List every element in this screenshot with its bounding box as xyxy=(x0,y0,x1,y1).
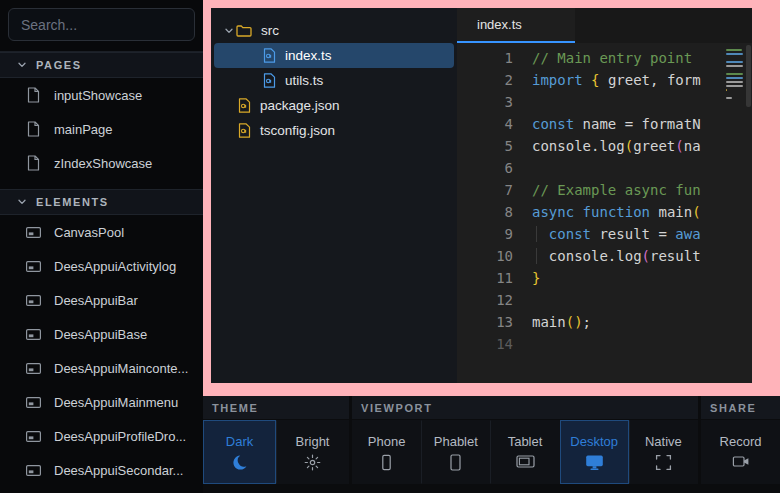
code-line-3: 3 xyxy=(457,91,752,113)
sidebar-item-deesappuiactivitylog[interactable]: DeesAppuiActivitylog xyxy=(0,249,203,283)
sidebar-item-label: DeesAppuiMainconte... xyxy=(54,361,188,376)
toolbar-button-label: Phone xyxy=(368,434,406,449)
toolbar-group-header-share: SHARE xyxy=(701,396,780,419)
element-icon xyxy=(25,363,41,374)
chevron-down-icon xyxy=(17,60,27,70)
toolbar-group-label: THEME xyxy=(212,402,259,414)
toolbar-button-record[interactable]: Record xyxy=(701,420,780,484)
sidebar-sections: PAGESinputShowcasemainPagezIndexShowcase… xyxy=(0,52,203,487)
tree-item-label: package.json xyxy=(260,98,340,113)
sidebar-item-label: CanvasPool xyxy=(54,225,124,240)
sidebar-item-deesappuisecondar[interactable]: DeesAppuiSecondar... xyxy=(0,453,203,487)
code-text: console.log(result xyxy=(513,248,752,264)
code-area[interactable]: 1// Main entry point2import { greet, for… xyxy=(457,43,752,383)
line-number: 14 xyxy=(457,336,513,352)
toolbar-button-native[interactable]: Native xyxy=(629,420,698,484)
sidebar-item-inputshowcase[interactable]: inputShowcase xyxy=(0,78,203,112)
code-line-9: 9 const result = awa xyxy=(457,223,752,245)
code-text: async function main( xyxy=(513,204,752,220)
line-number: 1 xyxy=(457,50,513,66)
sidebar-item-label: DeesAppuiBase xyxy=(54,327,147,342)
json-file-icon xyxy=(238,123,251,138)
code-text: // Main entry point xyxy=(513,50,752,66)
line-number: 2 xyxy=(457,72,513,88)
toolbar-button-bright[interactable]: Bright xyxy=(276,420,349,484)
line-number: 8 xyxy=(457,204,513,220)
file-tree: srcindex.tsutils.tspackage.jsontsconfig.… xyxy=(211,8,457,383)
line-number: 9 xyxy=(457,226,513,242)
sidebar-item-deesappuimainconte[interactable]: DeesAppuiMainconte... xyxy=(0,351,203,385)
toolbar-button-phablet[interactable]: Phablet xyxy=(421,420,490,484)
code-line-13: 13main(); xyxy=(457,311,752,333)
tree-item-package-json[interactable]: package.json xyxy=(214,93,454,118)
sidebar-item-canvaspool[interactable]: CanvasPool xyxy=(0,215,203,249)
code-line-1: 1// Main entry point xyxy=(457,47,752,69)
search-container xyxy=(0,0,203,49)
code-line-2: 2import { greet, form xyxy=(457,69,752,91)
tree-item-index-ts[interactable]: index.ts xyxy=(214,43,454,68)
line-number: 6 xyxy=(457,160,513,176)
code-line-12: 12 xyxy=(457,289,752,311)
search-input[interactable] xyxy=(8,8,195,41)
toolbar-group-label: VIEWPORT xyxy=(361,402,432,414)
sidebar-section-header-pages[interactable]: PAGES xyxy=(0,52,203,78)
toolbar-button-desktop[interactable]: Desktop xyxy=(560,420,629,484)
element-icon xyxy=(25,431,41,442)
sidebar-section-label: PAGES xyxy=(36,59,82,71)
page-icon xyxy=(25,155,41,171)
toolbar-group-theme: THEMEDarkBright xyxy=(203,396,349,484)
element-icon xyxy=(25,397,41,408)
sidebar-section-header-elements[interactable]: ELEMENTS xyxy=(0,189,203,215)
code-lines: 1// Main entry point2import { greet, for… xyxy=(457,47,752,355)
element-icon xyxy=(25,261,41,272)
toolbar-group-header-theme: THEME xyxy=(203,396,349,419)
tree-item-label: tsconfig.json xyxy=(260,123,335,138)
code-line-14: 14 xyxy=(457,333,752,355)
code-text: import { greet, form xyxy=(513,72,752,88)
code-line-11: 11} xyxy=(457,267,752,289)
sidebar-item-deesappuibar[interactable]: DeesAppuiBar xyxy=(0,283,203,317)
sidebar-item-label: inputShowcase xyxy=(54,88,142,103)
code-text: console.log(greet(na xyxy=(513,138,752,154)
tree-item-utils-ts[interactable]: utils.ts xyxy=(214,68,454,93)
toolbar-button-dark[interactable]: Dark xyxy=(203,420,276,484)
tree-item-tsconfig-json[interactable]: tsconfig.json xyxy=(214,118,454,143)
tree-item-label: index.ts xyxy=(285,48,332,63)
toolbar-button-phone[interactable]: Phone xyxy=(352,420,421,484)
toolbar-button-label: Dark xyxy=(226,434,253,449)
code-line-10: 10 console.log(result xyxy=(457,245,752,267)
toolbar-button-tablet[interactable]: Tablet xyxy=(490,420,559,484)
sidebar-item-label: zIndexShowcase xyxy=(54,156,152,171)
toolbar-button-label: Tablet xyxy=(508,434,543,449)
toolbar-group-header-viewport: VIEWPORT xyxy=(352,396,698,419)
editor-scrollbar[interactable] xyxy=(746,45,751,107)
toolbar-button-label: Native xyxy=(645,434,682,449)
sidebar-item-mainpage[interactable]: mainPage xyxy=(0,112,203,146)
tree-item-label: utils.ts xyxy=(285,73,323,88)
demo-content: srcindex.tsutils.tspackage.jsontsconfig.… xyxy=(211,8,752,383)
editor-tab-bar: index.ts xyxy=(457,8,752,43)
toolbar-button-label: Desktop xyxy=(570,434,618,449)
toolbar-button-label: Phablet xyxy=(434,434,478,449)
code-text: main(); xyxy=(513,314,752,330)
minimap[interactable] xyxy=(726,49,744,105)
canvas-frame: srcindex.tsutils.tspackage.jsontsconfig.… xyxy=(203,0,780,396)
tree-item-src[interactable]: src xyxy=(214,18,454,43)
sidebar-item-zindexshowcase[interactable]: zIndexShowcase xyxy=(0,146,203,180)
phone-icon xyxy=(378,454,395,471)
bottom-toolbar: THEMEDarkBrightVIEWPORTPhonePhabletTable… xyxy=(203,396,780,493)
element-icon xyxy=(25,329,41,340)
page-icon xyxy=(25,121,41,137)
folder-open-icon xyxy=(236,24,252,37)
sidebar-item-deesappuibase[interactable]: DeesAppuiBase xyxy=(0,317,203,351)
sun-icon xyxy=(304,454,321,471)
tab-index-ts[interactable]: index.ts xyxy=(457,8,575,43)
sidebar-item-deesappuimainmenu[interactable]: DeesAppuiMainmenu xyxy=(0,385,203,419)
sidebar-item-label: DeesAppuiSecondar... xyxy=(54,463,183,478)
line-number: 11 xyxy=(457,270,513,286)
sidebar-item-label: DeesAppuiMainmenu xyxy=(54,395,178,410)
chevron-down-icon xyxy=(17,197,27,207)
tree-item-label: src xyxy=(261,23,279,38)
moon-icon xyxy=(231,454,248,471)
sidebar-item-deesappuiprofiledro[interactable]: DeesAppuiProfileDro... xyxy=(0,419,203,453)
